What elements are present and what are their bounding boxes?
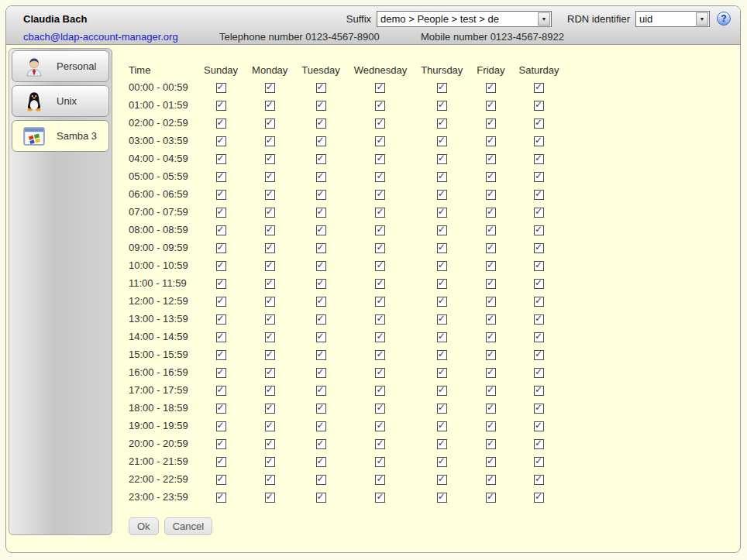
hour-checkbox-friday[interactable] (486, 439, 496, 449)
hour-checkbox-thursday[interactable] (437, 475, 447, 485)
hour-checkbox-sunday[interactable] (216, 225, 226, 235)
hour-checkbox-saturday[interactable] (534, 119, 544, 129)
hour-checkbox-wednesday[interactable] (375, 475, 385, 485)
hour-checkbox-monday[interactable] (265, 386, 275, 396)
hour-checkbox-friday[interactable] (486, 172, 496, 182)
hour-checkbox-wednesday[interactable] (375, 457, 385, 467)
hour-checkbox-wednesday[interactable] (375, 83, 385, 93)
hour-checkbox-saturday[interactable] (534, 368, 544, 378)
hour-checkbox-thursday[interactable] (437, 172, 447, 182)
hour-checkbox-wednesday[interactable] (375, 421, 385, 431)
hour-checkbox-friday[interactable] (486, 225, 496, 235)
hour-checkbox-saturday[interactable] (534, 136, 544, 146)
hour-checkbox-tuesday[interactable] (316, 136, 326, 146)
hour-checkbox-thursday[interactable] (437, 439, 447, 449)
help-icon[interactable]: ? (717, 12, 731, 26)
hour-checkbox-monday[interactable] (265, 350, 275, 360)
tab-personal[interactable]: Personal (12, 50, 109, 82)
hour-checkbox-tuesday[interactable] (316, 243, 326, 253)
hour-checkbox-friday[interactable] (486, 404, 496, 414)
hour-checkbox-wednesday[interactable] (375, 350, 385, 360)
tab-samba3[interactable]: Samba 3 (12, 120, 109, 152)
hour-checkbox-tuesday[interactable] (316, 297, 326, 307)
hour-checkbox-thursday[interactable] (437, 457, 447, 467)
hour-checkbox-tuesday[interactable] (316, 368, 326, 378)
hour-checkbox-friday[interactable] (486, 493, 496, 503)
hour-checkbox-friday[interactable] (486, 101, 496, 111)
hour-checkbox-friday[interactable] (486, 314, 496, 325)
hour-checkbox-tuesday[interactable] (316, 386, 326, 396)
hour-checkbox-saturday[interactable] (534, 475, 544, 485)
hour-checkbox-thursday[interactable] (437, 386, 447, 396)
hour-checkbox-tuesday[interactable] (316, 172, 326, 182)
tab-unix[interactable]: Unix (12, 85, 109, 117)
hour-checkbox-sunday[interactable] (216, 297, 226, 307)
hour-checkbox-tuesday[interactable] (316, 101, 326, 111)
hour-checkbox-saturday[interactable] (534, 154, 544, 164)
hour-checkbox-tuesday[interactable] (316, 350, 326, 360)
hour-checkbox-saturday[interactable] (534, 350, 544, 360)
hour-checkbox-thursday[interactable] (437, 404, 447, 414)
hour-checkbox-saturday[interactable] (534, 279, 544, 289)
hour-checkbox-sunday[interactable] (216, 190, 226, 200)
hour-checkbox-monday[interactable] (265, 119, 275, 129)
hour-checkbox-friday[interactable] (486, 386, 496, 396)
hour-checkbox-friday[interactable] (486, 457, 496, 467)
hour-checkbox-friday[interactable] (486, 119, 496, 129)
hour-checkbox-thursday[interactable] (437, 225, 447, 235)
hour-checkbox-wednesday[interactable] (375, 261, 385, 271)
hour-checkbox-thursday[interactable] (437, 136, 447, 146)
hour-checkbox-thursday[interactable] (437, 83, 447, 93)
hour-checkbox-wednesday[interactable] (375, 172, 385, 182)
hour-checkbox-friday[interactable] (486, 136, 496, 146)
hour-checkbox-monday[interactable] (265, 279, 275, 289)
hour-checkbox-sunday[interactable] (216, 386, 226, 396)
rdn-identifier-select[interactable]: uid ▼ (635, 11, 710, 27)
hour-checkbox-sunday[interactable] (216, 136, 226, 146)
hour-checkbox-friday[interactable] (486, 190, 496, 200)
hour-checkbox-monday[interactable] (265, 136, 275, 146)
hour-checkbox-thursday[interactable] (437, 101, 447, 111)
hour-checkbox-monday[interactable] (265, 190, 275, 200)
hour-checkbox-tuesday[interactable] (316, 439, 326, 449)
hour-checkbox-monday[interactable] (265, 314, 275, 325)
hour-checkbox-monday[interactable] (265, 421, 275, 431)
cancel-button[interactable]: Cancel (164, 517, 212, 535)
hour-checkbox-sunday[interactable] (216, 314, 226, 325)
hour-checkbox-wednesday[interactable] (375, 404, 385, 414)
hour-checkbox-wednesday[interactable] (375, 225, 385, 235)
hour-checkbox-tuesday[interactable] (316, 421, 326, 431)
hour-checkbox-monday[interactable] (265, 332, 275, 342)
hour-checkbox-sunday[interactable] (216, 332, 226, 342)
hour-checkbox-sunday[interactable] (216, 208, 226, 218)
hour-checkbox-friday[interactable] (486, 297, 496, 307)
hour-checkbox-saturday[interactable] (534, 314, 544, 325)
hour-checkbox-friday[interactable] (486, 154, 496, 164)
hour-checkbox-saturday[interactable] (534, 208, 544, 218)
hour-checkbox-sunday[interactable] (216, 457, 226, 467)
hour-checkbox-sunday[interactable] (216, 475, 226, 485)
hour-checkbox-saturday[interactable] (534, 172, 544, 182)
hour-checkbox-saturday[interactable] (534, 83, 544, 93)
hour-checkbox-wednesday[interactable] (375, 119, 385, 129)
hour-checkbox-tuesday[interactable] (316, 208, 326, 218)
hour-checkbox-thursday[interactable] (437, 314, 447, 325)
hour-checkbox-tuesday[interactable] (316, 279, 326, 289)
hour-checkbox-wednesday[interactable] (375, 493, 385, 503)
hour-checkbox-tuesday[interactable] (316, 457, 326, 467)
hour-checkbox-sunday[interactable] (216, 119, 226, 129)
hour-checkbox-wednesday[interactable] (375, 279, 385, 289)
hour-checkbox-sunday[interactable] (216, 368, 226, 378)
hour-checkbox-wednesday[interactable] (375, 101, 385, 111)
hour-checkbox-tuesday[interactable] (316, 332, 326, 342)
hour-checkbox-wednesday[interactable] (375, 386, 385, 396)
hour-checkbox-saturday[interactable] (534, 421, 544, 431)
hour-checkbox-friday[interactable] (486, 83, 496, 93)
suffix-select[interactable]: demo > People > test > de ▼ (377, 11, 552, 27)
hour-checkbox-saturday[interactable] (534, 386, 544, 396)
hour-checkbox-monday[interactable] (265, 261, 275, 271)
hour-checkbox-friday[interactable] (486, 475, 496, 485)
hour-checkbox-monday[interactable] (265, 493, 275, 503)
hour-checkbox-monday[interactable] (265, 225, 275, 235)
hour-checkbox-friday[interactable] (486, 243, 496, 253)
